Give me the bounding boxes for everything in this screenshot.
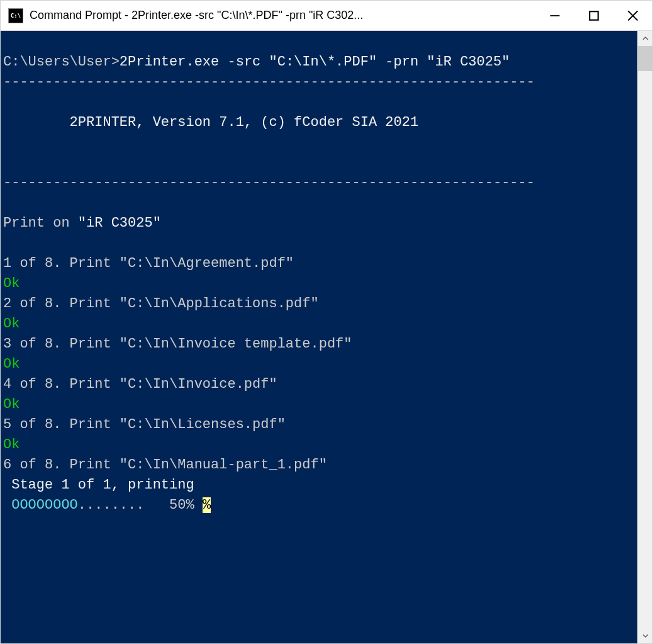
terminal-wrapper: C:\Users\User>2Printer.exe -src "C:\In\*… (1, 31, 652, 643)
minimize-button[interactable] (535, 1, 574, 30)
progress-left (3, 497, 11, 513)
vertical-scrollbar[interactable] (637, 31, 652, 643)
banner-text: 2PRINTER, Version 7.1, (c) fCoder SIA 20… (3, 113, 637, 133)
job-line: 4 of 8. Print "C:\In\Invoice.pdf" (3, 375, 637, 395)
job-status-ok: Ok (3, 395, 637, 415)
scrollbar-up-button[interactable] (638, 31, 652, 46)
close-button[interactable] (613, 1, 652, 30)
job-status-ok: Ok (3, 314, 637, 334)
progress-bar-empty: ........ 50% (78, 497, 203, 513)
job-line: 3 of 8. Print "C:\In\Invoice template.pd… (3, 334, 637, 354)
window-controls (535, 1, 652, 30)
print-on-label: Print on (3, 215, 78, 231)
window-title: Command Prompt - 2Printer.exe -src "C:\I… (30, 9, 535, 22)
stage-text: Stage 1 of 1, printing (3, 475, 637, 495)
divider-line: ----------------------------------------… (3, 173, 637, 193)
scrollbar-down-button[interactable] (638, 628, 652, 643)
maximize-button[interactable] (574, 1, 613, 30)
command-prompt-icon: C:\ (8, 8, 23, 23)
job-line: 5 of 8. Print "C:\In\Licenses.pdf" (3, 415, 637, 435)
job-line: 2 of 8. Print "C:\In\Applications.pdf" (3, 294, 637, 314)
print-on-target: "iR C3025" (78, 215, 161, 231)
svg-rect-1 (589, 11, 598, 20)
job-status-ok: Ok (3, 274, 637, 294)
progress-bar-filled: OOOOOOOO (11, 497, 78, 513)
progress-cursor: % (203, 497, 211, 513)
terminal-output[interactable]: C:\Users\User>2Printer.exe -src "C:\In\*… (1, 31, 637, 643)
prompt-text: C:\Users\User> (3, 54, 120, 70)
job-status-ok: Ok (3, 435, 637, 455)
command-text: 2Printer.exe -src "C:\In\*.PDF" -prn "iR… (120, 54, 510, 70)
scrollbar-thumb[interactable] (638, 46, 652, 71)
window-titlebar: C:\ Command Prompt - 2Printer.exe -src "… (1, 1, 652, 31)
divider-line: ----------------------------------------… (3, 72, 637, 93)
job-status-ok: Ok (3, 354, 637, 375)
current-job: 6 of 8. Print "C:\In\Manual-part_1.pdf" (3, 455, 637, 475)
job-line: 1 of 8. Print "C:\In\Agreement.pdf" (3, 254, 637, 274)
